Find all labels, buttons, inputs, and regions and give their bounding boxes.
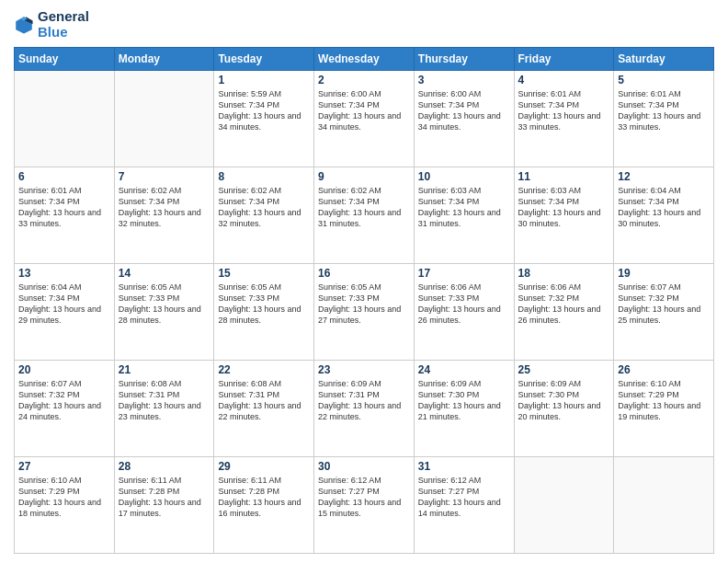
cell-info: Sunrise: 6:10 AM Sunset: 7:29 PM Dayligh… [618, 378, 710, 423]
calendar-cell: 13Sunrise: 6:04 AM Sunset: 7:34 PM Dayli… [15, 264, 115, 361]
day-number: 30 [318, 460, 410, 473]
week-row-2: 6Sunrise: 6:01 AM Sunset: 7:34 PM Daylig… [15, 167, 714, 264]
cell-info: Sunrise: 6:01 AM Sunset: 7:34 PM Dayligh… [18, 185, 110, 230]
calendar-cell [614, 457, 714, 554]
cell-info: Sunrise: 6:11 AM Sunset: 7:28 PM Dayligh… [218, 475, 310, 520]
cell-info: Sunrise: 6:11 AM Sunset: 7:28 PM Dayligh… [119, 475, 210, 520]
day-number: 22 [218, 363, 310, 376]
logo-icon [14, 15, 34, 35]
calendar-cell [114, 71, 214, 167]
day-number: 7 [119, 170, 210, 183]
day-number: 29 [218, 460, 310, 473]
calendar-cell: 31Sunrise: 6:12 AM Sunset: 7:27 PM Dayli… [414, 457, 514, 554]
calendar-cell: 3Sunrise: 6:00 AM Sunset: 7:34 PM Daylig… [414, 71, 514, 167]
calendar-cell: 4Sunrise: 6:01 AM Sunset: 7:34 PM Daylig… [514, 71, 614, 167]
cell-info: Sunrise: 6:02 AM Sunset: 7:34 PM Dayligh… [119, 185, 210, 230]
cell-info: Sunrise: 6:09 AM Sunset: 7:30 PM Dayligh… [418, 378, 510, 423]
day-number: 23 [318, 363, 410, 376]
cell-info: Sunrise: 6:05 AM Sunset: 7:33 PM Dayligh… [119, 282, 210, 327]
cell-info: Sunrise: 6:01 AM Sunset: 7:34 PM Dayligh… [518, 88, 610, 133]
day-number: 17 [418, 267, 510, 280]
day-number: 10 [418, 170, 510, 183]
day-number: 11 [518, 170, 610, 183]
calendar-cell: 23Sunrise: 6:09 AM Sunset: 7:31 PM Dayli… [314, 361, 415, 457]
day-number: 15 [218, 267, 310, 280]
calendar-cell: 19Sunrise: 6:07 AM Sunset: 7:32 PM Dayli… [614, 264, 714, 361]
day-number: 21 [119, 363, 210, 376]
day-number: 12 [618, 170, 710, 183]
calendar-cell: 29Sunrise: 6:11 AM Sunset: 7:28 PM Dayli… [214, 457, 314, 554]
day-header-sunday: Sunday [15, 48, 115, 71]
calendar-cell: 22Sunrise: 6:08 AM Sunset: 7:31 PM Dayli… [214, 361, 314, 457]
day-number: 14 [119, 267, 210, 280]
calendar-cell: 11Sunrise: 6:03 AM Sunset: 7:34 PM Dayli… [514, 167, 614, 264]
cell-info: Sunrise: 6:04 AM Sunset: 7:34 PM Dayligh… [618, 185, 710, 230]
week-row-5: 27Sunrise: 6:10 AM Sunset: 7:29 PM Dayli… [15, 457, 714, 554]
cell-info: Sunrise: 6:00 AM Sunset: 7:34 PM Dayligh… [318, 88, 410, 133]
day-number: 19 [618, 267, 710, 280]
cell-info: Sunrise: 6:09 AM Sunset: 7:30 PM Dayligh… [518, 378, 610, 423]
logo-text: General Blue [38, 9, 89, 40]
calendar-table: SundayMondayTuesdayWednesdayThursdayFrid… [14, 47, 714, 554]
day-number: 13 [18, 267, 110, 280]
calendar-cell: 10Sunrise: 6:03 AM Sunset: 7:34 PM Dayli… [414, 167, 514, 264]
calendar-cell: 16Sunrise: 6:05 AM Sunset: 7:33 PM Dayli… [314, 264, 415, 361]
calendar-cell: 26Sunrise: 6:10 AM Sunset: 7:29 PM Dayli… [614, 361, 714, 457]
day-number: 2 [318, 74, 410, 86]
day-number: 20 [18, 363, 110, 376]
day-number: 27 [18, 460, 110, 473]
day-header-tuesday: Tuesday [214, 48, 314, 71]
cell-info: Sunrise: 6:06 AM Sunset: 7:32 PM Dayligh… [518, 282, 610, 327]
day-number: 6 [18, 170, 110, 183]
day-number: 8 [218, 170, 310, 183]
calendar-cell: 27Sunrise: 6:10 AM Sunset: 7:29 PM Dayli… [15, 457, 115, 554]
calendar-cell: 5Sunrise: 6:01 AM Sunset: 7:34 PM Daylig… [614, 71, 714, 167]
calendar-cell: 25Sunrise: 6:09 AM Sunset: 7:30 PM Dayli… [514, 361, 614, 457]
day-number: 31 [418, 460, 510, 473]
calendar-cell: 28Sunrise: 6:11 AM Sunset: 7:28 PM Dayli… [114, 457, 214, 554]
day-number: 3 [418, 74, 510, 86]
cell-info: Sunrise: 5:59 AM Sunset: 7:34 PM Dayligh… [218, 88, 310, 133]
cell-info: Sunrise: 6:02 AM Sunset: 7:34 PM Dayligh… [218, 185, 310, 230]
day-number: 24 [418, 363, 510, 376]
calendar-cell: 20Sunrise: 6:07 AM Sunset: 7:32 PM Dayli… [15, 361, 115, 457]
week-row-3: 13Sunrise: 6:04 AM Sunset: 7:34 PM Dayli… [15, 264, 714, 361]
day-number: 5 [618, 74, 710, 86]
calendar-header-row: SundayMondayTuesdayWednesdayThursdayFrid… [15, 48, 714, 71]
calendar-cell: 9Sunrise: 6:02 AM Sunset: 7:34 PM Daylig… [314, 167, 415, 264]
logo: General Blue [14, 9, 89, 40]
cell-info: Sunrise: 6:08 AM Sunset: 7:31 PM Dayligh… [119, 378, 210, 423]
calendar-cell: 7Sunrise: 6:02 AM Sunset: 7:34 PM Daylig… [114, 167, 214, 264]
calendar-cell: 17Sunrise: 6:06 AM Sunset: 7:33 PM Dayli… [414, 264, 514, 361]
page: General Blue SundayMondayTuesdayWednesda… [0, 0, 728, 563]
day-number: 4 [518, 74, 610, 86]
calendar-cell: 18Sunrise: 6:06 AM Sunset: 7:32 PM Dayli… [514, 264, 614, 361]
cell-info: Sunrise: 6:06 AM Sunset: 7:33 PM Dayligh… [418, 282, 510, 327]
day-number: 9 [318, 170, 410, 183]
day-number: 1 [218, 74, 310, 86]
day-number: 18 [518, 267, 610, 280]
day-header-wednesday: Wednesday [314, 48, 415, 71]
calendar-cell: 24Sunrise: 6:09 AM Sunset: 7:30 PM Dayli… [414, 361, 514, 457]
calendar-cell: 1Sunrise: 5:59 AM Sunset: 7:34 PM Daylig… [214, 71, 314, 167]
day-number: 16 [318, 267, 410, 280]
cell-info: Sunrise: 6:01 AM Sunset: 7:34 PM Dayligh… [618, 88, 710, 133]
cell-info: Sunrise: 6:00 AM Sunset: 7:34 PM Dayligh… [418, 88, 510, 133]
cell-info: Sunrise: 6:07 AM Sunset: 7:32 PM Dayligh… [618, 282, 710, 327]
cell-info: Sunrise: 6:03 AM Sunset: 7:34 PM Dayligh… [418, 185, 510, 230]
cell-info: Sunrise: 6:09 AM Sunset: 7:31 PM Dayligh… [318, 378, 410, 423]
calendar-cell: 6Sunrise: 6:01 AM Sunset: 7:34 PM Daylig… [15, 167, 115, 264]
cell-info: Sunrise: 6:05 AM Sunset: 7:33 PM Dayligh… [318, 282, 410, 327]
cell-info: Sunrise: 6:12 AM Sunset: 7:27 PM Dayligh… [318, 475, 410, 520]
calendar-cell: 14Sunrise: 6:05 AM Sunset: 7:33 PM Dayli… [114, 264, 214, 361]
calendar-cell: 8Sunrise: 6:02 AM Sunset: 7:34 PM Daylig… [214, 167, 314, 264]
calendar-cell: 15Sunrise: 6:05 AM Sunset: 7:33 PM Dayli… [214, 264, 314, 361]
day-header-friday: Friday [514, 48, 614, 71]
calendar-cell [15, 71, 115, 167]
cell-info: Sunrise: 6:07 AM Sunset: 7:32 PM Dayligh… [18, 378, 110, 423]
calendar-cell: 30Sunrise: 6:12 AM Sunset: 7:27 PM Dayli… [314, 457, 415, 554]
cell-info: Sunrise: 6:12 AM Sunset: 7:27 PM Dayligh… [418, 475, 510, 520]
day-header-monday: Monday [114, 48, 214, 71]
cell-info: Sunrise: 6:08 AM Sunset: 7:31 PM Dayligh… [218, 378, 310, 423]
cell-info: Sunrise: 6:03 AM Sunset: 7:34 PM Dayligh… [518, 185, 610, 230]
